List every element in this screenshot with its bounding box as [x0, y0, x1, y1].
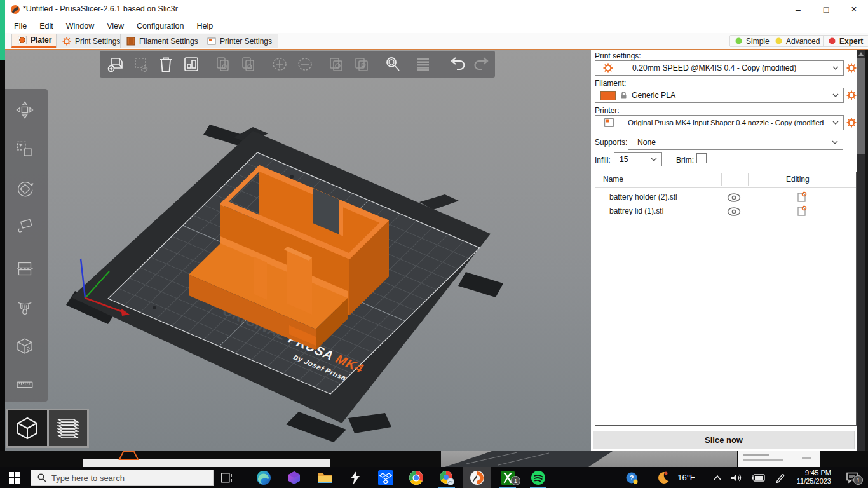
copy-button[interactable]: [214, 55, 233, 74]
printer-gear-button[interactable]: [846, 118, 857, 128]
redo-button[interactable]: [472, 55, 491, 74]
supports-select[interactable]: None: [628, 135, 843, 150]
edit-object-icon[interactable]: [797, 191, 807, 203]
move-tool-button[interactable]: [15, 100, 34, 119]
split-to-objects-button[interactable]: [327, 55, 346, 74]
panel-scrollbar[interactable]: [857, 50, 865, 467]
add-instance-button[interactable]: [270, 55, 289, 74]
minimize-button[interactable]: –: [784, 0, 812, 19]
scroll-up-icon[interactable]: [858, 52, 864, 56]
start-button-icon[interactable]: [9, 472, 20, 484]
3d-editor-view-button[interactable]: [8, 410, 47, 446]
taskbar-xbox-icon[interactable]: 1: [494, 467, 522, 488]
visibility-eye-icon[interactable]: [727, 193, 741, 202]
arrange-button[interactable]: [182, 55, 201, 74]
object-row-battery-lid[interactable]: battrey lid (1).stl: [595, 204, 856, 218]
plater-icon: [18, 36, 27, 44]
add-object-button[interactable]: [105, 55, 125, 74]
printer-value: Original Prusa MK4 Input Shaper 0.4 nozz…: [628, 118, 824, 127]
paint-on-supports-tool-button[interactable]: [15, 299, 34, 318]
menu-help[interactable]: Help: [190, 20, 219, 32]
measure-tool-button[interactable]: [15, 375, 34, 394]
advanced-mode-dot-icon: [775, 37, 782, 44]
edit-object-icon[interactable]: [797, 205, 807, 217]
menu-edit[interactable]: Edit: [33, 20, 60, 32]
mode-advanced-button[interactable]: Advanced: [770, 35, 825, 47]
tab-bar: Plater Print Settings Filament Settings …: [5, 33, 868, 50]
print-settings-select[interactable]: 0.20mm SPEED @MK4IS 0.4 - Copy (modified…: [595, 60, 844, 76]
tray-pen-icon[interactable]: [773, 467, 788, 488]
taskbar-prusaslicer-icon[interactable]: [463, 467, 491, 488]
task-view-icon[interactable]: [221, 473, 232, 483]
print-settings-value: 0.20mm SPEED @MK4IS 0.4 - Copy (modified…: [632, 64, 796, 72]
scale-tool-button[interactable]: [15, 140, 34, 159]
tray-temperature[interactable]: 16°F: [672, 467, 700, 488]
mode-expert-button[interactable]: Expert: [823, 35, 868, 47]
viewport-3d[interactable]: ORIGINAL PRUSA MK4 by Josef Prusa: [5, 50, 591, 451]
tab-filament-settings[interactable]: Filament Settings: [120, 34, 205, 48]
tray-volume-icon[interactable]: [729, 467, 745, 488]
tab-printer-settings-label: Printer Settings: [220, 37, 272, 46]
remove-instance-button[interactable]: [295, 55, 315, 74]
printer-select[interactable]: Original Prusa MK4 Input Shaper 0.4 nozz…: [595, 115, 844, 130]
search-placeholder: Type here to search: [51, 473, 125, 483]
tab-plater[interactable]: Plater: [11, 34, 58, 48]
tray-get-help-icon[interactable]: ?: [623, 467, 641, 488]
object-name: battery holder (2).stl: [609, 193, 677, 201]
column-name[interactable]: Name: [603, 175, 623, 184]
taskbar-search-input[interactable]: Type here to search: [31, 470, 214, 486]
scrollbar-thumb[interactable]: [857, 58, 865, 154]
filament-settings-icon: [126, 37, 135, 46]
tray-weather-icon[interactable]: [654, 467, 671, 488]
tray-chevron-up-icon[interactable]: [710, 467, 724, 488]
preview-view-button[interactable]: [49, 410, 88, 446]
visibility-eye-icon[interactable]: [727, 207, 741, 216]
cut-tool-button[interactable]: [15, 259, 34, 278]
filament-gear-button[interactable]: [846, 90, 857, 100]
window-title: *Untitled - PrusaSlicer-2.6.1 based on S…: [23, 4, 178, 13]
variable-layer-height-button[interactable]: [414, 55, 433, 74]
menu-window[interactable]: Window: [60, 20, 100, 32]
taskbar-edge-icon[interactable]: [250, 467, 278, 488]
taskbar-file-explorer-icon[interactable]: [311, 467, 339, 488]
viewport-3d-scene[interactable]: ORIGINAL PRUSA MK4 by Josef Prusa: [5, 50, 591, 451]
search-button[interactable]: [383, 55, 402, 74]
tray-clock[interactable]: 9:45 PM 11/25/2023: [797, 469, 831, 485]
action-center-icon[interactable]: 1: [841, 467, 863, 488]
undo-button[interactable]: [448, 55, 467, 74]
remove-object-button[interactable]: [131, 55, 150, 74]
tray-time: 9:45 PM: [797, 469, 831, 477]
tray-battery-icon[interactable]: [750, 467, 768, 488]
print-settings-gear-button[interactable]: [846, 63, 857, 73]
delete-all-button[interactable]: [156, 55, 175, 74]
slice-now-button[interactable]: Slice now: [593, 431, 855, 449]
taskbar-dropbox-icon[interactable]: [372, 467, 400, 488]
taskbar-office-icon[interactable]: [280, 467, 308, 488]
paste-button[interactable]: [239, 55, 258, 74]
brim-checkbox[interactable]: [696, 153, 707, 163]
infill-select[interactable]: 15: [614, 152, 662, 166]
maximize-button[interactable]: □: [812, 0, 840, 19]
menu-view[interactable]: View: [100, 20, 130, 32]
menu-file[interactable]: File: [8, 20, 33, 32]
taskbar-chrome-icon[interactable]: [402, 467, 430, 488]
taskbar-lightning-icon[interactable]: [341, 467, 369, 488]
place-on-face-tool-button[interactable]: [15, 216, 34, 235]
print-settings-label: Print settings:: [595, 51, 641, 60]
rotate-tool-button[interactable]: [15, 179, 34, 198]
split-to-parts-button[interactable]: [352, 55, 371, 74]
menu-configuration[interactable]: Configuration: [130, 20, 190, 32]
column-editing[interactable]: Editing: [786, 175, 810, 184]
seam-painting-tool-button[interactable]: [15, 337, 34, 356]
taskbar-chrome-profile-icon[interactable]: [433, 467, 461, 488]
close-button[interactable]: ×: [840, 0, 868, 19]
gizmo-toolbar: [5, 89, 48, 402]
tray-date: 11/25/2023: [797, 477, 831, 485]
mode-simple-button[interactable]: Simple: [729, 35, 775, 47]
taskbar-spotify-icon[interactable]: [524, 467, 552, 488]
tab-print-settings[interactable]: Print Settings: [56, 34, 126, 48]
menu-bar: File Edit Window View Configuration Help: [5, 19, 868, 33]
tab-printer-settings[interactable]: Printer Settings: [201, 34, 278, 48]
object-row-battery-holder[interactable]: battery holder (2).stl: [595, 190, 856, 204]
filament-select[interactable]: Generic PLA: [595, 88, 844, 103]
